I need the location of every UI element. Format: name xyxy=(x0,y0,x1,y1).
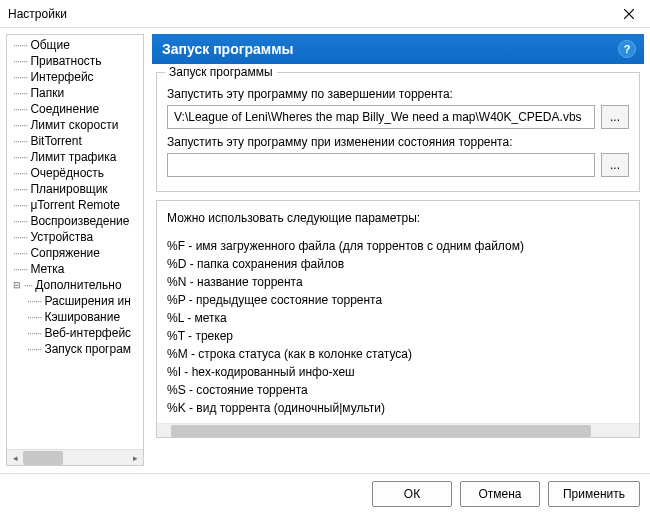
tree-item[interactable]: ·······Запуск програм xyxy=(7,341,143,357)
param-line: %I - hex-кодированный инфо-хеш xyxy=(167,363,629,381)
param-line: %S - состояние торрента xyxy=(167,381,629,399)
on-state-label: Запустить эту программу при изменении со… xyxy=(167,135,629,149)
content-area: ·······Общие·······Приватность·······Инт… xyxy=(0,28,650,472)
param-line: %N - название торрента xyxy=(167,273,629,291)
on-finish-row: ... xyxy=(167,105,629,129)
tree-item[interactable]: ·······Интерфейс xyxy=(7,69,143,85)
on-finish-browse-button[interactable]: ... xyxy=(601,105,629,129)
tree-item[interactable]: ·······Кэширование xyxy=(7,309,143,325)
run-program-fieldset: Запуск программы Запустить эту программу… xyxy=(156,72,640,192)
on-state-input[interactable] xyxy=(167,153,595,177)
tree-item[interactable]: ·······Веб-интерфейс xyxy=(7,325,143,341)
collapse-icon[interactable]: ⊟ xyxy=(13,280,22,290)
scroll-left-arrow[interactable]: ◂ xyxy=(7,453,23,463)
param-line: %L - метка xyxy=(167,309,629,327)
fieldset-legend: Запуск программы xyxy=(165,65,277,79)
close-icon xyxy=(624,9,634,19)
titlebar: Настройки xyxy=(0,0,650,28)
ok-button[interactable]: ОК xyxy=(372,481,452,507)
params-list: %F - имя загруженного файла (для торрент… xyxy=(167,237,629,417)
tree-item[interactable]: ·······Папки xyxy=(7,85,143,101)
close-button[interactable] xyxy=(608,0,650,28)
category-tree-panel: ·······Общие·······Приватность·······Инт… xyxy=(6,34,144,466)
tree-item[interactable]: ·······Лимит трафика xyxy=(7,149,143,165)
on-state-browse-button[interactable]: ... xyxy=(601,153,629,177)
tree-item[interactable]: ⊟····Дополнительно xyxy=(7,277,143,293)
help-icon: ? xyxy=(624,43,631,55)
tree-item[interactable]: ·······Устройства xyxy=(7,229,143,245)
tree-item[interactable]: ·······BitTorrent xyxy=(7,133,143,149)
dialog-button-bar: ОК Отмена Применить xyxy=(0,473,650,513)
tree-horizontal-scrollbar[interactable]: ◂ ▸ xyxy=(7,449,143,465)
params-scroll-thumb[interactable] xyxy=(171,425,591,437)
help-button[interactable]: ? xyxy=(618,40,636,58)
param-line: %D - папка сохранения файлов xyxy=(167,255,629,273)
params-horizontal-scrollbar[interactable] xyxy=(157,423,639,437)
apply-button[interactable]: Применить xyxy=(548,481,640,507)
settings-panel: Запуск программы ? Запуск программы Запу… xyxy=(152,34,644,466)
param-line: %M - строка статуса (как в колонке стату… xyxy=(167,345,629,363)
on-finish-input[interactable] xyxy=(167,105,595,129)
tree-item[interactable]: ·······Очерёдность xyxy=(7,165,143,181)
settings-body: Запуск программы Запустить эту программу… xyxy=(152,64,644,466)
scroll-right-arrow[interactable]: ▸ xyxy=(127,453,143,463)
tree-item[interactable]: ·······Общие xyxy=(7,37,143,53)
tree-item[interactable]: ·······Сопряжение xyxy=(7,245,143,261)
param-line: %F - имя загруженного файла (для торрент… xyxy=(167,237,629,255)
param-line: %K - вид торрента (одиночный|мульти) xyxy=(167,399,629,417)
tree-item[interactable]: ·······Воспроизведение xyxy=(7,213,143,229)
cancel-button[interactable]: Отмена xyxy=(460,481,540,507)
window-title: Настройки xyxy=(8,7,67,21)
params-intro: Можно использовать следующие параметры: xyxy=(167,209,629,227)
on-state-row: ... xyxy=(167,153,629,177)
panel-title: Запуск программы xyxy=(162,41,294,57)
tree-item[interactable]: ·······Планировщик xyxy=(7,181,143,197)
tree-item[interactable]: ·······Расширения ин xyxy=(7,293,143,309)
tree-item[interactable]: ·······Лимит скорости xyxy=(7,117,143,133)
category-tree[interactable]: ·······Общие·······Приватность·······Инт… xyxy=(7,35,143,449)
on-finish-label: Запустить эту программу по завершении то… xyxy=(167,87,629,101)
parameters-box: Можно использовать следующие параметры: … xyxy=(156,200,640,438)
tree-item[interactable]: ·······Соединение xyxy=(7,101,143,117)
param-line: %T - трекер xyxy=(167,327,629,345)
panel-header: Запуск программы ? xyxy=(152,34,644,64)
tree-item[interactable]: ·······Приватность xyxy=(7,53,143,69)
param-line: %P - предыдущее состояние торрента xyxy=(167,291,629,309)
scroll-thumb[interactable] xyxy=(23,451,63,465)
tree-item[interactable]: ·······μTorrent Remote xyxy=(7,197,143,213)
tree-item[interactable]: ·······Метка xyxy=(7,261,143,277)
